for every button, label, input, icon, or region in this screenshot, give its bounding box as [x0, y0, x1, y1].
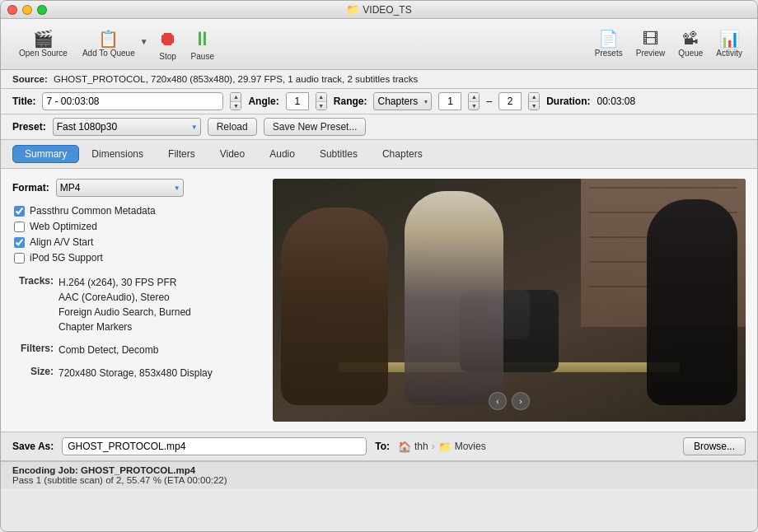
queue-icon: 📽 [682, 30, 699, 47]
to-label: To: [375, 441, 390, 452]
range-start-stepper[interactable]: ▲ ▼ [468, 92, 480, 110]
angle-stepper-up[interactable]: ▲ [316, 93, 326, 102]
title-stepper-down[interactable]: ▼ [231, 102, 241, 110]
range-start-input[interactable] [438, 92, 461, 110]
pause-icon: ⏸ [193, 27, 213, 50]
video-preview-panel: ‹ › [273, 179, 746, 422]
save-preset-button[interactable]: Save New Preset... [264, 118, 367, 136]
stop-pause-group: ⏺ Stop ⏸ Pause [152, 24, 221, 64]
presets-button[interactable]: 📄 Presets [588, 27, 629, 61]
tracks-value: H.264 (x264), 30 FPS PFR AAC (CoreAudio)… [58, 275, 191, 334]
add-to-queue-group: 📋 Add To Queue ▼ [77, 27, 152, 61]
stop-icon: ⏺ [158, 27, 178, 50]
size-label: Size: [12, 366, 54, 377]
nav-arrows: ‹ › [489, 392, 530, 410]
add-to-queue-icon: 📋 [98, 30, 119, 47]
checkbox-ipod-input[interactable] [14, 253, 25, 264]
window-title: 📁 VIDEO_TS [346, 3, 411, 16]
nav-arrow-right[interactable]: › [512, 392, 530, 410]
format-select-wrapper: MP4 MKV WebM [56, 179, 184, 197]
range-select[interactable]: Chapters Seconds Frames [373, 92, 432, 110]
open-source-button[interactable]: 🎬 Open Source [9, 27, 77, 61]
person1-silhouette [281, 208, 388, 405]
preview-button[interactable]: 🎞 Preview [629, 27, 672, 61]
tabs-row: Summary Dimensions Filters Video Audio S… [1, 140, 757, 169]
range-end-stepper-up[interactable]: ▲ [529, 93, 539, 102]
reload-button[interactable]: Reload [208, 118, 257, 136]
format-select[interactable]: MP4 MKV WebM [56, 179, 184, 197]
range-end-input[interactable] [498, 92, 522, 110]
info-section: Tracks: H.264 (x264), 30 FPS PFR AAC (Co… [12, 275, 260, 380]
checkbox-web-opt[interactable]: Web Optimized [14, 221, 260, 232]
preview-icon: 🎞 [643, 30, 659, 47]
source-bar: Source: GHOST_PROTOCOL, 720x480 (853x480… [1, 70, 757, 89]
preset-label: Preset: [12, 121, 46, 133]
minimize-button[interactable] [22, 5, 32, 15]
checkbox-web-opt-input[interactable] [14, 222, 25, 232]
format-label: Format: [12, 182, 49, 194]
add-to-queue-button[interactable]: 📋 Add To Queue [77, 27, 140, 61]
tab-subtitles[interactable]: Subtitles [307, 145, 370, 163]
title-label: Title: [12, 96, 35, 107]
saveas-input[interactable] [62, 437, 367, 455]
checkbox-passthru-input[interactable] [14, 206, 25, 217]
window-controls[interactable] [7, 5, 47, 15]
range-start-stepper-down[interactable]: ▼ [469, 102, 479, 110]
tracks-label: Tracks: [12, 275, 54, 287]
stop-button[interactable]: ⏺ Stop [152, 24, 185, 64]
path-separator: › [432, 441, 435, 452]
tab-dimensions[interactable]: Dimensions [79, 145, 156, 163]
preset-row: Preset: Fast 1080p30 HQ 1080p30 Super HQ… [1, 114, 757, 140]
range-end-stepper[interactable]: ▲ ▼ [528, 92, 540, 110]
range-end-stepper-down[interactable]: ▼ [529, 102, 539, 110]
path-display: 🏠 thh › 📁 Movies [398, 441, 486, 453]
preset-select[interactable]: Fast 1080p30 HQ 1080p30 Super HQ 1080p30 [53, 118, 201, 136]
angle-label: Angle: [248, 96, 278, 107]
add-to-queue-dropdown-arrow[interactable]: ▼ [140, 37, 152, 51]
nav-arrow-left[interactable]: ‹ [489, 392, 507, 410]
toolbar: 🎬 Open Source 📋 Add To Queue ▼ ⏺ Stop ⏸ … [1, 19, 757, 70]
queue-button[interactable]: 📽 Queue [671, 27, 709, 61]
title-stepper[interactable]: ▲ ▼ [230, 92, 241, 110]
range-dash: – [486, 96, 492, 107]
status-bar: Encoding Job: GHOST_PROTOCOL.mp4 Pass 1 … [1, 461, 757, 488]
format-row: Format: MP4 MKV WebM [12, 179, 260, 197]
source-value: GHOST_PROTOCOL, 720x480 (853x480), 29.97… [54, 74, 418, 84]
browse-button[interactable]: Browse... [683, 437, 746, 455]
close-button[interactable] [7, 5, 17, 15]
filters-label: Filters: [12, 343, 54, 354]
checkboxes-group: Passthru Common Metadata Web Optimized A… [14, 205, 260, 264]
angle-input[interactable] [286, 92, 309, 110]
maximize-button[interactable] [37, 5, 47, 15]
angle-stepper-down[interactable]: ▼ [316, 102, 326, 110]
pause-button[interactable]: ⏸ Pause [185, 24, 221, 64]
status-progress: Pass 1 (subtitle scan) of 2, 55.47 % (ET… [12, 475, 746, 485]
presets-icon: 📄 [598, 30, 619, 47]
person2-silhouette [405, 191, 503, 405]
summary-left-panel: Format: MP4 MKV WebM Passthru Common Met… [12, 179, 260, 422]
person3-silhouette [647, 199, 737, 405]
path-home: thh [414, 441, 428, 452]
tracks-row: Tracks: H.264 (x264), 30 FPS PFR AAC (Co… [12, 275, 260, 334]
size-value: 720x480 Storage, 853x480 Display [58, 366, 213, 380]
title-stepper-up[interactable]: ▲ [231, 93, 241, 102]
range-select-wrapper: Chapters Seconds Frames [373, 92, 432, 110]
tab-video[interactable]: Video [208, 145, 257, 163]
filters-row: Filters: Comb Detect, Decomb [12, 343, 260, 357]
main-content: Format: MP4 MKV WebM Passthru Common Met… [1, 169, 757, 432]
tab-audio[interactable]: Audio [257, 145, 307, 163]
checkbox-align-av[interactable]: Align A/V Start [14, 236, 260, 248]
checkbox-passthru[interactable]: Passthru Common Metadata [14, 205, 260, 217]
tab-filters[interactable]: Filters [156, 145, 208, 163]
saveas-label: Save As: [12, 441, 54, 452]
angle-stepper[interactable]: ▲ ▼ [316, 92, 327, 110]
preset-select-wrapper: Fast 1080p30 HQ 1080p30 Super HQ 1080p30 [53, 118, 201, 136]
checkbox-ipod[interactable]: iPod 5G Support [14, 252, 260, 264]
checkbox-align-av-input[interactable] [14, 237, 25, 248]
tab-chapters[interactable]: Chapters [370, 145, 435, 163]
size-row: Size: 720x480 Storage, 853x480 Display [12, 366, 260, 380]
tab-summary[interactable]: Summary [12, 145, 79, 163]
range-start-stepper-up[interactable]: ▲ [469, 93, 479, 102]
activity-button[interactable]: 📊 Activity [709, 27, 749, 61]
title-input[interactable] [42, 92, 223, 110]
